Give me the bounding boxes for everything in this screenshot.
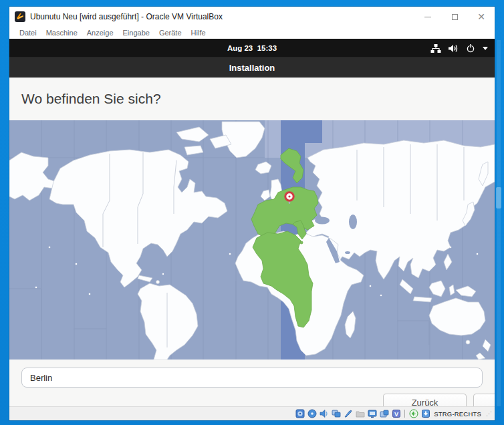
window-title: Ubunutu Neu [wird ausgeführt] - Oracle V… xyxy=(30,12,414,21)
close-icon: ✕ xyxy=(477,12,485,21)
timezone-input[interactable] xyxy=(21,368,483,388)
menubar: Datei Maschine Anzeige Eingabe Geräte Hi… xyxy=(9,27,495,39)
menu-datei[interactable]: Datei xyxy=(15,29,41,37)
statusbar-separator xyxy=(404,410,405,418)
minimize-button[interactable] xyxy=(414,7,441,27)
features-icon[interactable]: V xyxy=(391,409,401,419)
menu-hilfe[interactable]: Hilfe xyxy=(186,29,211,37)
network-adapter-icon[interactable] xyxy=(331,409,341,419)
mouse-integration-icon[interactable] xyxy=(408,409,418,419)
power-icon xyxy=(466,43,475,53)
timezone-map[interactable] xyxy=(9,120,495,360)
desktop-background-highlight xyxy=(497,40,501,406)
host-key-label: STRG-RECHTS xyxy=(434,410,481,418)
recording-icon[interactable] xyxy=(379,409,389,419)
installer-titlebar: Installation xyxy=(9,57,495,78)
virtualbox-window: Ubunutu Neu [wird ausgeführt] - Oracle V… xyxy=(9,7,495,420)
svg-text:V: V xyxy=(394,411,398,418)
maximize-icon xyxy=(452,14,458,20)
keyboard-capture-icon[interactable] xyxy=(420,409,430,419)
ubuntu-topbar: Aug 23 15:33 xyxy=(9,39,495,57)
minimize-icon xyxy=(424,17,431,17)
installer-body: Wo befinden Sie sich? xyxy=(9,78,495,406)
resize-grip[interactable]: ⋰ xyxy=(486,410,492,417)
audio-icon[interactable] xyxy=(319,409,329,419)
menu-maschine[interactable]: Maschine xyxy=(41,29,82,37)
virtualbox-logo-icon xyxy=(15,11,25,22)
volume-icon xyxy=(449,44,459,53)
menu-eingabe[interactable]: Eingabe xyxy=(118,29,154,37)
close-button[interactable]: ✕ xyxy=(468,7,495,27)
installer-title: Installation xyxy=(229,63,275,73)
system-tray[interactable] xyxy=(430,39,488,57)
menu-anzeige[interactable]: Anzeige xyxy=(82,29,118,37)
desktop-background-highlight-tab xyxy=(496,187,501,208)
page-title: Wo befinden Sie sich? xyxy=(9,78,495,120)
caret-down-icon xyxy=(483,47,488,50)
usb-icon[interactable] xyxy=(343,409,353,419)
optical-drive-icon[interactable] xyxy=(307,409,317,419)
clock[interactable]: Aug 23 15:33 xyxy=(227,44,277,52)
vm-statusbar: V STRG-RECHTS ⋰ xyxy=(9,406,495,420)
next-button[interactable] xyxy=(473,394,495,406)
network-icon xyxy=(430,44,441,53)
menu-geraete[interactable]: Geräte xyxy=(154,29,186,37)
display-icon[interactable] xyxy=(367,409,377,419)
back-button[interactable]: Zurück xyxy=(383,394,467,406)
titlebar[interactable]: Ubunutu Neu [wird ausgeführt] - Oracle V… xyxy=(9,7,495,27)
shared-folders-icon[interactable] xyxy=(355,409,365,419)
vm-display: Aug 23 15:33 xyxy=(9,39,495,406)
maximize-button[interactable] xyxy=(441,7,468,27)
hard-disk-icon[interactable] xyxy=(295,409,305,419)
